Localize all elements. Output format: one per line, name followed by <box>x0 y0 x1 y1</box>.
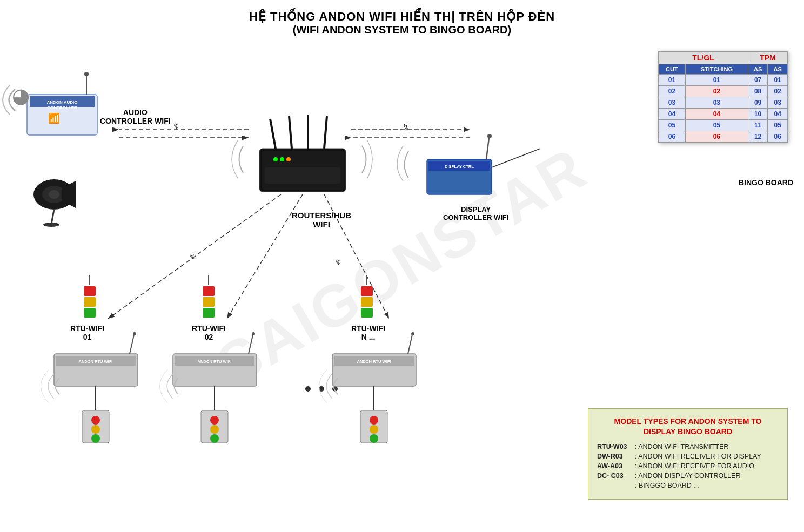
svg-rect-16 <box>259 149 346 192</box>
svg-point-85 <box>370 416 378 425</box>
model-box-item: RTU-W03: ANDON WIFI TRANSMITTER <box>597 443 779 450</box>
bingo-cell: 04 <box>659 109 686 120</box>
svg-rect-58 <box>203 297 215 307</box>
svg-point-15 <box>43 223 59 227</box>
model-box-item: AW-A03: ANDON WIFI RECEIVER FOR AUDIO <box>597 462 779 470</box>
bingo-cell: 06 <box>659 131 686 143</box>
th-as2: AS <box>768 64 788 75</box>
svg-rect-27 <box>428 161 490 171</box>
svg-rect-67 <box>201 410 228 443</box>
svg-rect-47 <box>54 354 138 386</box>
th-cut: CUT <box>659 64 686 75</box>
svg-marker-13 <box>62 181 76 208</box>
title-area: HỆ THỐNG ANDON WIFI HIỂN THỊ TRÊN HỘP ĐÈ… <box>0 0 804 36</box>
svg-line-31 <box>492 149 540 167</box>
bingo-table: TL/GL TPM CUT STITCHING AS AS 0101070102… <box>658 51 788 143</box>
svg-point-56 <box>91 434 100 443</box>
bingo-cell: 03 <box>768 97 788 109</box>
svg-rect-75 <box>361 297 373 307</box>
title-line2: (WIFI ANDON SYSTEM TO BINGO BOARD) <box>0 24 804 36</box>
svg-point-72 <box>319 386 324 392</box>
svg-text:ANDON RTU WIFI: ANDON RTU WIFI <box>79 359 113 364</box>
th-as: AS <box>748 64 768 75</box>
svg-rect-48 <box>56 356 136 366</box>
bingo-cell: 02 <box>685 86 748 97</box>
svg-line-40 <box>227 194 303 319</box>
svg-point-12 <box>49 190 59 199</box>
svg-line-21 <box>324 116 327 149</box>
model-box-title: MODEL TYPES FOR ANDON SYSTEM TODISPLAY B… <box>597 416 779 437</box>
svg-point-11 <box>42 186 66 203</box>
svg-text:↯: ↯ <box>173 122 179 130</box>
svg-rect-43 <box>84 286 96 296</box>
svg-rect-44 <box>84 297 96 307</box>
svg-rect-76 <box>361 308 373 318</box>
bingo-cell: 02 <box>768 86 788 97</box>
svg-line-38 <box>108 194 281 319</box>
bingo-cell: 09 <box>748 97 768 109</box>
svg-line-29 <box>486 138 489 159</box>
svg-point-55 <box>91 425 100 434</box>
bingo-cell: 03 <box>685 97 748 109</box>
bingo-cell: 01 <box>659 75 686 86</box>
bingo-cell: 11 <box>748 120 768 131</box>
svg-point-65 <box>252 332 255 335</box>
svg-rect-62 <box>175 356 254 366</box>
svg-point-71 <box>305 386 311 392</box>
svg-rect-79 <box>334 356 414 366</box>
svg-point-73 <box>332 386 338 392</box>
svg-line-18 <box>270 119 276 149</box>
rtu-label-01: RTU-WIFI01 <box>70 324 104 341</box>
svg-point-30 <box>487 134 492 138</box>
bingo-cell: 05 <box>685 120 748 131</box>
bingo-cell: 08 <box>748 86 768 97</box>
svg-point-87 <box>370 434 378 443</box>
bingo-cell: 01 <box>768 75 788 86</box>
svg-line-64 <box>249 335 253 354</box>
bingo-cell: 12 <box>748 131 768 143</box>
svg-point-68 <box>210 416 219 425</box>
svg-point-22 <box>273 157 278 161</box>
svg-point-82 <box>411 332 414 335</box>
bingo-cell: 01 <box>685 75 748 86</box>
svg-rect-61 <box>173 354 257 386</box>
svg-text:ANDON RTU WIFI: ANDON RTU WIFI <box>198 359 232 364</box>
model-box-item: DC- C03: ANDON DISPLAY CONTROLLER <box>597 472 779 480</box>
bingo-board-container: TL/GL TPM CUT STITCHING AS AS 0101070102… <box>658 51 788 143</box>
svg-rect-59 <box>203 308 215 318</box>
svg-point-54 <box>91 416 100 425</box>
svg-point-69 <box>210 425 219 434</box>
rtu-label-02: RTU-WIFI02 <box>192 324 226 341</box>
th-tlgl: TL/GL <box>659 52 748 64</box>
svg-line-14 <box>51 210 54 224</box>
svg-point-10 <box>34 179 75 210</box>
bingo-cell: 02 <box>659 86 686 97</box>
svg-rect-25 <box>265 167 340 184</box>
bingo-cell: 03 <box>659 97 686 109</box>
svg-rect-2 <box>27 95 97 135</box>
bingo-board-label: BINGO BOARD <box>739 178 793 187</box>
th-tpm: TPM <box>748 52 787 64</box>
audio-controller-label: AUDIO CONTROLLER WIFI <box>100 108 171 125</box>
svg-rect-26 <box>427 159 492 194</box>
bingo-cell: 06 <box>768 131 788 143</box>
svg-text:ANDON RTU WIFI: ANDON RTU WIFI <box>357 359 391 364</box>
svg-rect-57 <box>203 286 215 296</box>
svg-rect-3 <box>30 96 95 107</box>
svg-text:ANDON AUDIO: ANDON AUDIO <box>46 100 77 105</box>
svg-line-19 <box>289 116 292 149</box>
svg-text:◕: ◕ <box>12 84 30 107</box>
bingo-cell: 06 <box>685 131 748 143</box>
svg-text:↯: ↯ <box>403 123 409 131</box>
model-box: MODEL TYPES FOR ANDON SYSTEM TODISPLAY B… <box>588 408 788 500</box>
bingo-cell: 05 <box>768 120 788 131</box>
bingo-cell: 10 <box>748 109 768 120</box>
svg-text:DISPLAY CTRL: DISPLAY CTRL <box>445 164 474 169</box>
svg-point-8 <box>84 72 89 76</box>
model-box-item: DW-R03: ANDON WIFI RECEIVER FOR DISPLAY <box>597 453 779 460</box>
th-stitching: STITCHING <box>685 64 748 75</box>
svg-line-50 <box>130 335 134 354</box>
svg-rect-78 <box>332 354 416 386</box>
svg-rect-74 <box>361 286 373 296</box>
svg-text:↯: ↯ <box>335 258 341 266</box>
